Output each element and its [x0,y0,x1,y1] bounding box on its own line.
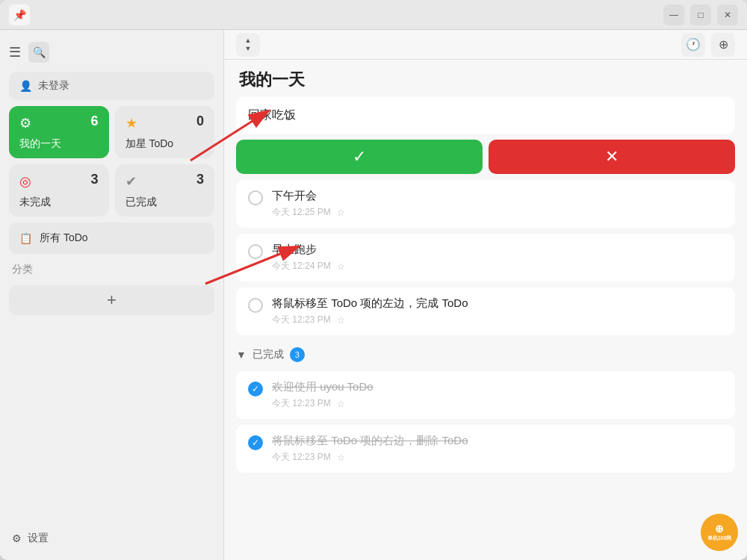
completed-content-1: 欢迎使用 uyou ToDo 今天 12:23 PM ☆ [272,380,723,410]
completed-checkbox-2[interactable]: ✓ [248,435,263,450]
incomplete-count: 3 [90,172,98,187]
completed-checkbox-1[interactable]: ✓ [248,382,263,396]
task-content-3: 将鼠标移至 ToDo 项的左边，完成 ToDo 今天 12:23 PM ☆ [272,296,723,326]
user-label: 未登录 [38,79,69,93]
close-button[interactable]: ✕ [717,4,738,25]
completed-star-2[interactable]: ☆ [337,452,345,463]
nav-down-icon: ▼ [245,46,252,52]
completed-time-1: 今天 12:23 PM [272,397,331,410]
history-button[interactable]: 🕐 [681,33,705,57]
completed-meta-2: 今天 12:23 PM ☆ [272,451,723,464]
task-time-2: 今天 12:24 PM [272,260,331,273]
editing-task[interactable]: 回家吃饭 [236,97,735,134]
task-checkbox-3[interactable] [248,298,263,313]
starred-label: 加星 ToDo [125,137,174,151]
nav-up-icon: ▲ [245,37,252,44]
completed-task-1: ✓ 欢迎使用 uyou ToDo 今天 12:23 PM ☆ [236,371,735,419]
title-bar-right: — □ ✕ [663,4,738,25]
completed-time-2: 今天 12:23 PM [272,451,331,464]
user-icon: 👤 [19,80,32,92]
cancel-button[interactable]: ✕ [489,140,735,174]
todo-list-area[interactable]: 回家吃饭 ✓ ✕ 下午开会 今天 12:25 PM ☆ [224,97,747,560]
title-bar-left: 📌 [9,4,30,25]
task-content-2: 早上跑步 今天 12:24 PM ☆ [272,243,723,273]
page-title: 我的一天 [224,60,747,97]
task-meta-2: 今天 12:24 PM ☆ [272,260,723,273]
task-item-3: 将鼠标移至 ToDo 项的左边，完成 ToDo 今天 12:23 PM ☆ [236,287,735,335]
sidebar-header: ☰ 🔍 [9,39,214,66]
task-star-1[interactable]: ☆ [337,208,345,218]
completed-star-1[interactable]: ☆ [337,399,345,409]
starred-icon: ★ [125,115,205,131]
settings-row[interactable]: ⚙ 设置 [9,526,214,551]
sidebar: ☰ 🔍 👤 未登录 6 ⚙ 我的一天 0 ★ 加星 [0,30,224,560]
user-row[interactable]: 👤 未登录 [9,72,214,100]
main-panel: ▲ ▼ 🕐 ⊕ 我的一天 回家吃饭 ✓ ✕ [224,30,747,560]
completed-section-label: 已完成 [252,348,284,361]
task-star-2[interactable]: ☆ [337,261,345,272]
task-time-3: 今天 12:23 PM [272,314,331,326]
menu-icon[interactable]: ☰ [9,44,21,60]
nav-arrows[interactable]: ▲ ▼ [236,33,260,57]
task-title-3: 将鼠标移至 ToDo 项的左边，完成 ToDo [272,296,723,311]
main-toolbar: ▲ ▼ 🕐 ⊕ [224,30,747,60]
completed-content-2: 将鼠标移至 ToDo 项的右边，删除 ToDo 今天 12:23 PM ☆ [272,434,723,464]
task-content-1: 下午开会 今天 12:25 PM ☆ [272,189,723,219]
task-title-1: 下午开会 [272,189,723,203]
completed-section-header[interactable]: ▼ 已完成 3 [236,341,735,368]
completed-title-2: 将鼠标移至 ToDo 项的右边，删除 ToDo [272,434,723,448]
add-toolbar-button[interactable]: ⊕ [711,33,735,57]
done-icon: ✔ [125,173,205,190]
task-meta-3: 今天 12:23 PM ☆ [272,314,723,326]
toolbar-right: 🕐 ⊕ [681,33,735,57]
editing-task-text: 回家吃饭 [248,108,296,121]
all-todo-label: 所有 ToDo [40,231,88,245]
search-button[interactable]: 🔍 [28,42,49,63]
settings-icon: ⚙ [12,532,22,544]
pin-icon[interactable]: 📌 [9,4,30,25]
completed-chevron-icon: ▼ [236,349,247,361]
task-checkbox-1[interactable] [248,190,263,205]
completed-task-2: ✓ 将鼠标移至 ToDo 项的右边，删除 ToDo 今天 12:23 PM ☆ [236,425,735,473]
all-todo-icon: 📋 [19,232,32,244]
incomplete-label: 未完成 [19,196,51,209]
all-todo-row[interactable]: 📋 所有 ToDo [9,223,214,254]
title-bar: 📌 — □ ✕ [0,0,747,30]
done-label: 已完成 [125,196,157,209]
task-meta-1: 今天 12:25 PM ☆ [272,206,723,219]
action-buttons: ✓ ✕ [236,140,735,174]
task-item-2: 早上跑步 今天 12:24 PM ☆ [236,234,735,281]
cards-grid: 6 ⚙ 我的一天 0 ★ 加星 ToDo 3 ◎ 未完成 [9,106,214,217]
task-star-3[interactable]: ☆ [337,315,345,326]
my-day-label: 我的一天 [19,137,61,151]
starred-count: 0 [196,113,204,129]
incomplete-icon: ◎ [19,173,99,190]
watermark-text: 单机100网 [707,535,732,542]
app-window: 📌 — □ ✕ ☰ 🔍 👤 未登录 6 [0,0,747,560]
task-time-1: 今天 12:25 PM [272,206,331,219]
watermark: ⊕ 单机100网 [701,514,738,551]
completed-meta-1: 今天 12:23 PM ☆ [272,397,723,410]
done-count: 3 [196,172,204,187]
task-checkbox-2[interactable] [248,244,263,259]
card-done[interactable]: 3 ✔ 已完成 [115,164,215,217]
confirm-button[interactable]: ✓ [236,140,483,174]
settings-label: 设置 [28,532,49,545]
add-category-button[interactable]: + [9,285,214,315]
task-item: 下午开会 今天 12:25 PM ☆ [236,180,735,228]
completed-count-badge: 3 [290,347,305,362]
completed-title-1: 欢迎使用 uyou ToDo [272,380,723,394]
card-my-day[interactable]: 6 ⚙ 我的一天 [9,106,109,158]
my-day-icon: ⚙ [19,115,99,131]
main-content: ☰ 🔍 👤 未登录 6 ⚙ 我的一天 0 ★ 加星 [0,30,747,560]
my-day-count: 6 [90,113,98,129]
card-starred[interactable]: 0 ★ 加星 ToDo [115,106,215,158]
card-incomplete[interactable]: 3 ◎ 未完成 [9,164,109,217]
task-title-2: 早上跑步 [272,243,723,257]
minimize-button[interactable]: — [663,4,684,25]
maximize-button[interactable]: □ [690,4,711,25]
category-section-label: 分类 [9,260,214,279]
